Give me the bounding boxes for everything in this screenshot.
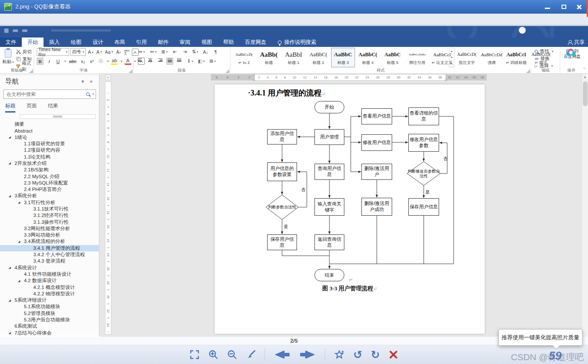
align-left-button[interactable] <box>137 58 144 65</box>
underline-button[interactable]: U <box>55 58 61 65</box>
tab-selector-button[interactable]: ⌐ <box>105 75 111 80</box>
clear-format-button[interactable]: Ax <box>115 49 122 56</box>
nav-outline-item[interactable]: ◢ 7总结与心得体会 <box>0 330 99 335</box>
zoom-in-button[interactable] <box>208 350 218 360</box>
nav-outline-item[interactable]: ◢ 5系统详细设计 <box>0 297 99 303</box>
highlight-color-button[interactable]: ab <box>111 58 118 65</box>
italic-button[interactable]: I <box>46 58 52 65</box>
nav-outline-item[interactable]: ◢ 3.1可行性分析 <box>0 199 99 206</box>
ribbon-tab[interactable]: 布局 <box>109 38 131 47</box>
nav-outline-item[interactable]: ◢ 4.1 软件功能模块设计 <box>0 271 99 277</box>
nav-close-button[interactable]: ✕ <box>87 79 96 84</box>
line-spacing-button[interactable]: ⇕▾ <box>186 58 194 65</box>
previous-image-button[interactable] <box>274 349 291 360</box>
style-item[interactable]: AaBbCcD( 批注文字 <box>455 48 479 67</box>
ribbon-tab[interactable]: 引用 <box>131 38 152 47</box>
decrease-indent-button[interactable]: ⇤ <box>172 48 178 55</box>
close-button[interactable] <box>576 4 582 10</box>
multilevel-list-button[interactable]: ≣▾ <box>160 48 169 55</box>
ribbon-tab[interactable]: 文件 <box>0 38 22 47</box>
nav-outline-item[interactable]: ◢ 4.2.2 物理模型设计 <box>0 291 99 297</box>
style-item[interactable]: AaBbCcD( ↵ tu 2 <box>232 48 256 67</box>
asian-layout-button[interactable]: ⇅▾ <box>191 48 199 55</box>
ribbon-tab[interactable]: 插入 <box>44 38 65 47</box>
grow-font-button[interactable]: A▴ <box>87 49 94 56</box>
nav-outline-item[interactable]: ◢ 3.2网站性能需求分析 <box>0 225 99 232</box>
shading-button[interactable]: ◧▾ <box>197 58 206 65</box>
collapse-arrow-icon[interactable]: ◢ <box>9 194 13 198</box>
distribute-button[interactable] <box>176 58 183 65</box>
left-indent-marker[interactable]: △ <box>253 78 255 81</box>
show-marks-button[interactable]: ¶ <box>212 48 219 55</box>
style-item[interactable]: AaBbCcI ↵ 四级标题 <box>504 48 528 67</box>
collapse-arrow-icon[interactable]: ◢ <box>18 279 22 283</box>
nav-tab[interactable]: 结果 <box>48 102 58 113</box>
collapse-arrow-icon[interactable]: ◢ <box>9 136 13 139</box>
font-size-combo[interactable]: 四号▾ <box>70 48 86 56</box>
collapse-arrow-icon[interactable]: ◢ <box>18 201 22 204</box>
style-item[interactable]: AaBbC( 标题 4 <box>356 48 380 67</box>
nav-outline-item[interactable]: ◢ 3.3网站功能分析 <box>0 232 99 238</box>
nav-options-button[interactable]: ▼ <box>79 79 87 84</box>
borders-button[interactable]: ⊞▾ <box>209 58 217 65</box>
style-item[interactable]: AaBbCcDdEe 脚注引用 <box>405 48 429 67</box>
fit-screen-button[interactable] <box>189 350 200 360</box>
nav-outline-item[interactable]: ◢ 3.1.1技术可行性 <box>0 206 99 212</box>
replace-button[interactable]: ab替换 <box>535 55 553 62</box>
horizontal-ruler[interactable]: 8642 2468101214161820222426283032343638 … <box>211 75 486 80</box>
nav-outline-item[interactable]: ◢ 1.3论文结构 <box>0 153 99 160</box>
nav-outline-item[interactable]: ◢ 1绪论 <box>0 134 99 141</box>
nav-outline-item[interactable]: ◢ 5.3用户后台功能模块 <box>0 317 99 323</box>
font-dialog-launcher[interactable] <box>129 69 132 73</box>
nav-outline-item[interactable]: ◢ 4.2 数据库设计 <box>0 277 99 284</box>
collapse-arrow-icon[interactable]: ◢ <box>9 266 13 269</box>
next-image-button[interactable] <box>299 349 316 360</box>
bullets-button[interactable]: ≔▾ <box>137 48 146 55</box>
strikethrough-button[interactable]: abc <box>68 58 78 65</box>
right-indent-marker[interactable]: △ <box>445 78 447 81</box>
nav-outline-item[interactable]: ◢ 4系统设计 <box>0 265 99 271</box>
gallery-more-button[interactable]: ▼̲ <box>449 61 454 67</box>
nav-outline-item[interactable]: ◢ 3.1.2经济可行性 <box>0 212 99 219</box>
bold-button[interactable]: B <box>37 58 44 65</box>
style-item[interactable]: AaBb( 标题 <box>257 48 281 67</box>
collapse-arrow-icon[interactable]: ◢ <box>9 162 13 165</box>
first-line-indent-marker[interactable]: ▽ <box>253 74 255 77</box>
nav-outline-item[interactable]: ◢ 3系统分析 <box>0 193 99 199</box>
collapse-arrow-icon[interactable]: ◢ <box>9 299 13 302</box>
superscript-button[interactable]: x² <box>88 58 95 65</box>
nav-outline-item[interactable]: ◢ 摘要 <box>0 121 99 127</box>
shrink-font-button[interactable]: A▾ <box>96 49 103 56</box>
change-case-button[interactable]: Aa▾ <box>104 49 114 56</box>
search-input[interactable] <box>4 92 86 97</box>
nav-outline-item[interactable]: ◢ 2.2 MySQL 介绍 <box>0 173 99 179</box>
maximize-button[interactable] <box>560 3 567 10</box>
find-button[interactable]: 查找▾ <box>535 48 553 55</box>
paragraph-dialog-launcher[interactable] <box>226 69 229 73</box>
save-to-baidu-button[interactable]: 保存到 百度网盘 <box>563 49 582 59</box>
nav-horizontal-scrollbar[interactable] <box>20 114 96 119</box>
nav-outline-item[interactable]: ◢ 5.1系统功能模块 <box>0 303 99 310</box>
pinyin-button[interactable]: wén文 <box>123 49 131 56</box>
zoom-out-button[interactable] <box>227 350 237 360</box>
collapse-arrow-icon[interactable]: ◢ <box>18 240 22 243</box>
nav-outline-item[interactable]: ◢ 3.4系统流程的分析 <box>0 238 99 245</box>
nav-outline-item[interactable]: ◢ 4.2.1 概念模型设计 <box>0 284 99 290</box>
nav-outline-item[interactable]: ◢ 2开发技术介绍 <box>0 160 99 167</box>
document-page[interactable]: ·3.4.1 用户管理的流程↵ <box>215 84 485 334</box>
search-icon[interactable] <box>86 92 90 96</box>
scrollbar-thumb[interactable] <box>583 81 588 106</box>
search-dropdown-icon[interactable]: ▾ <box>92 92 94 96</box>
nav-outline-item[interactable]: ◢ 2.1B/S架构 <box>0 167 99 173</box>
style-item[interactable]: AaBbC( 标题 2 <box>306 48 330 67</box>
nav-outline-item[interactable]: ◢ 3.4.1 用户管理的流程 <box>0 245 99 251</box>
cut-button[interactable]: 剪切 <box>16 49 34 55</box>
ribbon-tab[interactable]: 百度网盘 <box>239 38 272 47</box>
nav-outline-item[interactable]: ◢ 3.1.3操作可行性 <box>0 219 99 225</box>
scroll-up-icon[interactable]: ▲ <box>582 74 588 80</box>
nav-outline-item[interactable]: ◢ 2.3 MySQL环境配置 <box>0 180 99 186</box>
share-button[interactable]: 共享 <box>568 38 585 47</box>
sort-button[interactable]: A↓ <box>202 48 210 55</box>
nav-outline-item[interactable]: ◢ 3.4.3 登录流程 <box>0 258 99 264</box>
styles-dialog-launcher[interactable] <box>527 69 530 73</box>
